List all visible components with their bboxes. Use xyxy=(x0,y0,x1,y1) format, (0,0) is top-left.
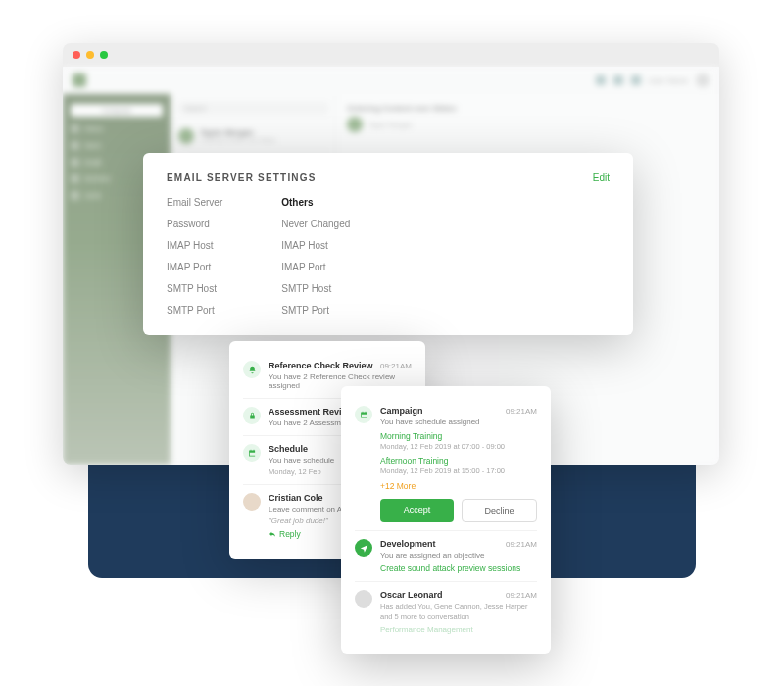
notification-title: Cristian Cole xyxy=(269,493,323,503)
email-subject: Ordering Content over Slideo xyxy=(347,104,710,113)
settings-label: SMTP Port xyxy=(167,305,222,316)
calendar-icon xyxy=(243,444,261,462)
avatar-icon xyxy=(178,128,194,144)
inbox-row-subject: Ordering Content over Slideo xyxy=(200,137,328,143)
session-time: Monday, 12 Feb 2019 at 07:00 - 09:00 xyxy=(380,442,537,451)
nav-icon xyxy=(355,539,372,557)
settings-values-column: Others Never Changed IMAP Host IMAP Port… xyxy=(281,197,350,316)
notification-desc: Has added You, Gene Cannon, Jesse Harper… xyxy=(380,602,537,622)
notification-item[interactable]: Development 09:21AM You are assigned an … xyxy=(355,531,537,582)
bell-icon xyxy=(243,361,261,378)
settings-title: EMAIL SERVER SETTINGS xyxy=(167,172,317,183)
objective-link[interactable]: Create sound attack preview sessions xyxy=(380,564,537,573)
notification-time: 09:21AM xyxy=(506,591,537,600)
email-from: Taylor Morgan xyxy=(368,122,412,128)
notification-item[interactable]: Oscar Leonard 09:21AM Has added You, Gen… xyxy=(355,582,537,642)
reply-icon xyxy=(269,530,276,538)
notification-title: Campaign xyxy=(380,406,423,416)
maximize-icon[interactable] xyxy=(100,51,108,59)
notification-desc: You have schedule assigned xyxy=(380,417,537,426)
sidebar-item[interactable]: Inbox xyxy=(71,124,163,133)
settings-label: IMAP Port xyxy=(167,262,222,272)
close-icon[interactable] xyxy=(73,51,80,59)
settings-value: IMAP Port xyxy=(281,262,350,272)
calendar-icon xyxy=(355,406,372,423)
notification-item: Campaign 09:21AM You have schedule assig… xyxy=(355,398,537,531)
more-link[interactable]: +12 More xyxy=(380,481,537,491)
session-time: Monday, 12 Feb 2019 at 15:00 - 17:00 xyxy=(380,466,537,475)
app-logo-icon xyxy=(73,74,86,87)
edit-button[interactable]: Edit xyxy=(593,172,610,183)
lock-icon xyxy=(243,407,261,424)
settings-label: Password xyxy=(167,219,222,229)
window-titlebar xyxy=(63,43,719,67)
inbox-row[interactable]: Taylor Morgan Ordering Content over Slid… xyxy=(178,122,328,151)
avatar-icon xyxy=(347,117,363,132)
conversation-topic: Performance Management xyxy=(380,625,537,634)
notification-title: Reference Check Review xyxy=(269,361,373,370)
session-name: Morning Training xyxy=(380,431,537,441)
notification-title: Oscar Leonard xyxy=(380,590,443,600)
settings-value: IMAP Host xyxy=(281,240,350,251)
notification-title: Development xyxy=(380,539,436,549)
topbar-icon xyxy=(596,75,606,85)
minimize-icon[interactable] xyxy=(86,51,94,59)
notification-time: 09:21AM xyxy=(506,407,537,416)
inbox-row-name: Taylor Morgan xyxy=(200,128,328,137)
settings-values-header: Others xyxy=(281,197,350,208)
topbar-icon xyxy=(631,75,641,85)
session-name: Afternoon Training xyxy=(380,456,537,466)
settings-label: Email Server xyxy=(167,197,222,208)
settings-labels-column: Email Server Password IMAP Host IMAP Por… xyxy=(167,197,222,316)
avatar-icon xyxy=(696,74,710,87)
settings-label: IMAP Host xyxy=(167,240,222,251)
topbar-username: User Name xyxy=(649,76,688,85)
search-input[interactable]: Search xyxy=(178,102,328,115)
accept-button[interactable]: Accept xyxy=(380,499,454,522)
sidebar-item[interactable]: Sent xyxy=(71,141,163,150)
settings-value: SMTP Host xyxy=(281,283,350,294)
app-topbar: User Name xyxy=(63,67,719,94)
notification-desc: You are assigned an objective xyxy=(380,551,537,560)
notification-time: 09:21AM xyxy=(380,362,412,370)
notification-time: 09:21AM xyxy=(506,540,537,549)
email-server-settings-card: EMAIL SERVER SETTINGS Edit Email Server … xyxy=(143,153,633,335)
compose-button[interactable]: Compose xyxy=(71,104,163,117)
decline-button[interactable]: Decline xyxy=(462,499,537,522)
settings-value: SMTP Port xyxy=(281,305,350,316)
notification-title: Schedule xyxy=(269,444,308,454)
topbar-icon xyxy=(613,75,623,85)
settings-value: Never Changed xyxy=(281,219,350,229)
settings-label: SMTP Host xyxy=(167,283,222,294)
avatar-icon xyxy=(355,590,372,608)
avatar-icon xyxy=(243,493,261,511)
notifications-card-right: Campaign 09:21AM You have schedule assig… xyxy=(341,386,551,654)
